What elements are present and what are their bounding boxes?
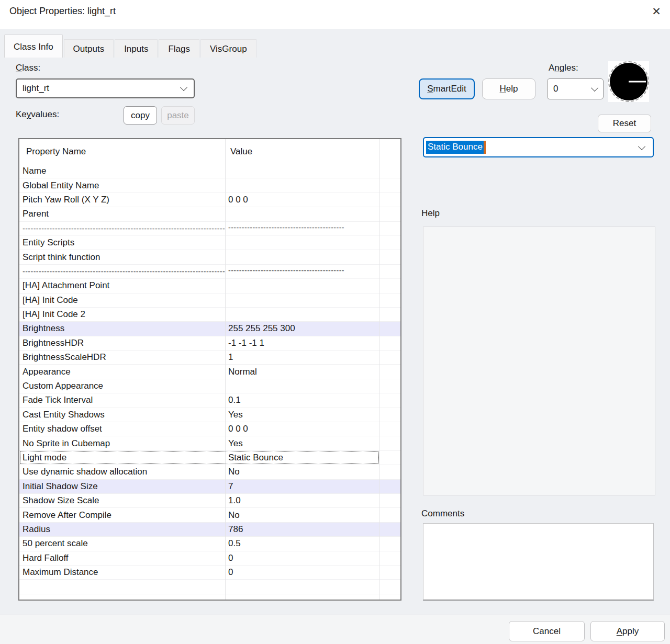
table-row[interactable]: Parent (19, 207, 400, 221)
property-value-cell: ----------------------------------------… (225, 223, 379, 233)
property-value-cell: Yes (225, 438, 379, 449)
property-name-cell: BrightnessHDR (19, 338, 225, 348)
angle-dial-pointer-icon (629, 81, 646, 83)
table-row[interactable]: Custom Appearance (19, 379, 400, 393)
comments-label: Comments (421, 509, 464, 519)
keyvalue-table: Property Name Value NameGlobal Entity Na… (18, 138, 401, 601)
table-row[interactable]: Brightness255 255 255 300 (19, 322, 400, 336)
property-value-cell: 0 (225, 567, 379, 578)
property-name-cell: [HA] Attachment Point (19, 280, 225, 291)
property-name-cell: ----------------------------------------… (19, 224, 225, 233)
table-row[interactable]: Remove After CompileNo (19, 508, 400, 522)
property-name-cell: Cast Entity Shadows (19, 410, 225, 420)
property-value-cell: 0 0 0 (225, 195, 379, 205)
property-value-cell: 7 (225, 481, 379, 492)
property-value-cell: Static Bounce (225, 453, 379, 463)
table-row[interactable]: Hard Falloff0 (19, 551, 400, 566)
property-name-cell: Fade Tick Interval (19, 395, 225, 405)
table-row[interactable]: Global Entity Name (19, 178, 400, 193)
chevron-down-icon (638, 142, 645, 150)
table-row[interactable]: No Sprite in CubemapYes (19, 436, 400, 450)
copy-button[interactable]: copy (124, 106, 157, 125)
property-name-cell: No Sprite in Cubemap (19, 438, 225, 449)
table-row[interactable]: BrightnessHDR-1 -1 -1 1 (19, 336, 400, 351)
chevron-down-icon (591, 84, 598, 92)
class-combobox[interactable]: light_rt (16, 78, 195, 98)
property-value-cell: 0.1 (225, 395, 379, 405)
property-name-cell: BrightnessScaleHDR (19, 352, 225, 363)
property-value-cell: Yes (225, 410, 379, 420)
property-name-cell: Custom Appearance (19, 381, 225, 391)
table-separator-row: ----------------------------------------… (19, 222, 400, 236)
chevron-down-icon (180, 84, 187, 91)
property-name-cell: Name (19, 166, 225, 176)
tab-flags[interactable]: Flags (159, 39, 199, 58)
class-label: Class: (16, 63, 40, 73)
table-row[interactable]: Cast Entity ShadowsYes (19, 408, 400, 422)
table-row[interactable]: Entity shadow offset0 0 0 (19, 422, 400, 436)
property-value-cell: No (225, 467, 379, 477)
table-row[interactable]: AppearanceNormal (19, 365, 400, 379)
comments-input[interactable] (423, 523, 654, 601)
apply-button[interactable]: Apply (590, 621, 665, 641)
property-value-cell: 255 255 255 300 (225, 323, 379, 334)
property-value-cell: 1 (225, 352, 379, 363)
smartedit-button[interactable]: SmartEdit (419, 78, 475, 99)
table-row[interactable]: Script think function (19, 250, 400, 264)
table-row[interactable]: Radius786 (19, 523, 400, 537)
table-row[interactable]: Maximum Distance0 (19, 566, 400, 580)
property-name-cell: Appearance (19, 367, 225, 377)
window-title: Object Properties: light_rt (9, 6, 116, 17)
angle-dial-face (610, 63, 647, 100)
paste-button: paste (161, 106, 195, 125)
table-row[interactable]: Use dynamic shadow allocationNo (19, 465, 400, 479)
table-row[interactable]: 50 percent scale0.5 (19, 537, 400, 551)
tab-outputs[interactable]: Outputs (64, 39, 114, 58)
property-name-cell: Shadow Size Scale (19, 495, 225, 506)
help-button[interactable]: Help (482, 78, 535, 99)
table-separator-row: ----------------------------------------… (19, 265, 400, 279)
property-name-cell: Entity Scripts (19, 238, 225, 248)
table-row[interactable]: Shadow Size Scale1.0 (19, 494, 400, 508)
property-name-cell: Parent (19, 209, 225, 219)
angle-dial[interactable] (608, 61, 649, 102)
property-name-cell: [HA] Init Code (19, 295, 225, 306)
property-name-cell: ----------------------------------------… (19, 267, 225, 276)
table-row[interactable]: Entity Scripts (19, 236, 400, 250)
title-bar: Object Properties: light_rt ✕ (0, 0, 670, 29)
angles-label: Angles: (549, 63, 578, 73)
close-icon[interactable]: ✕ (647, 3, 666, 20)
property-name-cell: [HA] Init Code 2 (19, 309, 225, 320)
value-combobox[interactable]: Static Bounce (423, 137, 654, 157)
table-row[interactable]: BrightnessScaleHDR1 (19, 351, 400, 365)
text-caret (484, 141, 486, 154)
column-header-property: Property Name (19, 146, 225, 157)
table-row[interactable]: Initial Shadow Size7 (19, 480, 400, 494)
property-value-cell: 0.5 (225, 538, 379, 549)
table-row[interactable]: [HA] Init Code (19, 293, 400, 308)
property-value-cell: 786 (225, 524, 379, 535)
reset-button[interactable]: Reset (598, 115, 651, 132)
property-value-cell: ----------------------------------------… (225, 266, 379, 276)
table-row[interactable]: Light modeStatic Bounce (19, 451, 400, 465)
property-name-cell: Light mode (19, 453, 225, 463)
property-name-cell: Maximum Distance (19, 567, 225, 578)
table-row[interactable]: [HA] Init Code 2 (19, 308, 400, 322)
class-combobox-value: light_rt (17, 83, 49, 94)
table-row[interactable]: [HA] Attachment Point (19, 279, 400, 293)
property-name-cell: Global Entity Name (19, 180, 225, 191)
property-name-cell: Hard Falloff (19, 553, 225, 563)
tab-visgroup[interactable]: VisGroup (200, 39, 256, 58)
table-row[interactable]: Pitch Yaw Roll (X Y Z)0 0 0 (19, 193, 400, 207)
table-row[interactable]: Name (19, 164, 400, 178)
property-value-cell: No (225, 510, 379, 521)
table-empty-row (19, 594, 400, 601)
table-empty-row (19, 580, 400, 594)
tab-class-info[interactable]: Class Info (4, 35, 63, 58)
angles-combobox[interactable]: 0 (547, 78, 604, 99)
property-name-cell: Remove After Compile (19, 510, 225, 521)
tab-inputs[interactable]: Inputs (115, 39, 158, 58)
keyvalues-label: Keyvalues: (16, 109, 59, 120)
cancel-button[interactable]: Cancel (509, 621, 585, 641)
table-row[interactable]: Fade Tick Interval0.1 (19, 393, 400, 408)
